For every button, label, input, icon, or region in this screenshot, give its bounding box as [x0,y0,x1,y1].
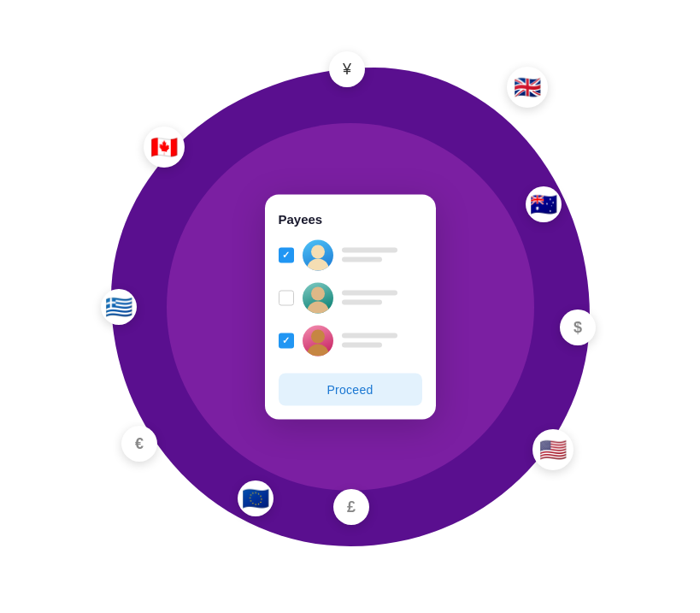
payee-1-avatar [303,239,333,270]
payee-1-line-name [342,248,398,253]
payee-2-line-detail [342,300,382,305]
payee-row-3 [279,325,422,356]
payees-card: Payees [265,194,436,419]
greece-flag: 🇬🇷 [101,289,137,325]
usa-flag: 🇺🇸 [532,429,574,470]
uk-flag: 🇬🇧 [507,67,548,108]
proceed-button[interactable]: Proceed [279,373,422,405]
dollar-bubble: $ [560,309,596,345]
pound-symbol: £ [347,498,356,516]
eu-flag: 🇪🇺 [238,480,274,516]
canada-bubble: 🇨🇦 [144,127,185,168]
payee-2-line-name [342,291,398,296]
usa-bubble: 🇺🇸 [532,429,574,470]
payee-3-lines [342,333,422,348]
canada-flag: 🇨🇦 [144,127,185,168]
payee-row-2 [279,282,422,313]
yen-symbol: ¥ [343,61,351,79]
payee-1-checkbox[interactable] [279,247,294,262]
australia-flag: 🇦🇺 [526,186,562,222]
yen-bubble: ¥ [329,51,365,87]
eu-bubble: 🇪🇺 [238,480,274,516]
pound-bubble: £ [333,489,369,525]
card-title: Payees [279,211,422,226]
payee-2-avatar [303,282,333,313]
payee-2-checkbox[interactable] [279,290,294,305]
payee-3-checkbox[interactable] [279,333,294,348]
dollar-symbol: $ [574,319,582,337]
payee-1-lines [342,248,422,262]
payee-1-line-detail [342,257,382,262]
uk-bubble: 🇬🇧 [507,67,548,108]
payee-row-1 [279,239,422,270]
payee-3-avatar [303,325,333,356]
greece-bubble: 🇬🇷 [101,289,137,325]
scene: ¥ 🇬🇧 🇨🇦 🇦🇺 🇬🇷 $ € 🇺🇸 🇪🇺 £ Payees [0,0,700,613]
payee-3-line-detail [342,343,382,348]
payee-3-line-name [342,333,398,339]
euro-symbol: € [135,435,144,453]
euro-bubble: € [121,426,157,462]
australia-bubble: 🇦🇺 [526,186,562,222]
payee-2-lines [342,291,422,305]
